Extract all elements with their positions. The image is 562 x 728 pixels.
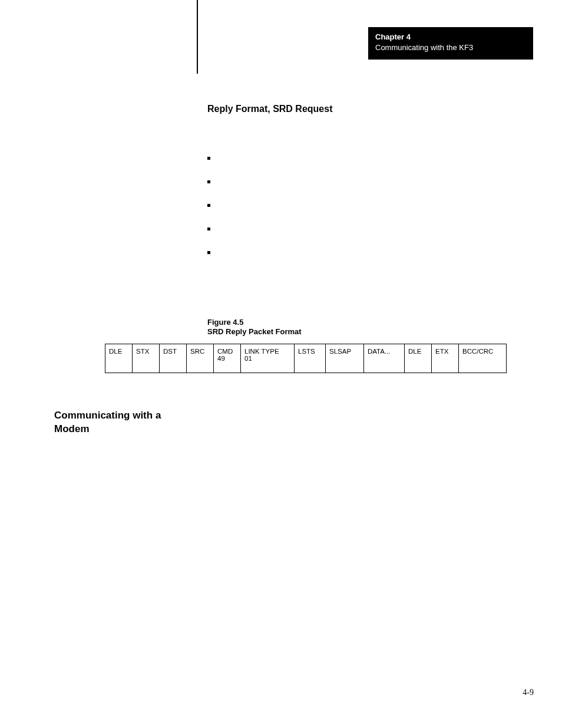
table-row: DLE STX DST SRC CMD49 LINK TYPE01 LSTS S…: [105, 344, 507, 373]
list-item: [207, 217, 210, 241]
list-item: [207, 170, 210, 193]
margin-heading: Communicating with a Modem: [54, 409, 161, 436]
packet-field: BCC/CRC: [459, 344, 507, 373]
bullet-list: [207, 146, 210, 264]
chapter-header-banner: Chapter 4 Communicating with the KF3: [368, 27, 533, 60]
packet-format-table: DLE STX DST SRC CMD49 LINK TYPE01 LSTS S…: [105, 344, 507, 373]
figure-number: Figure 4.5: [207, 318, 302, 327]
list-item: [207, 146, 210, 170]
packet-field: CMD49: [214, 344, 241, 373]
packet-field: DATA...: [364, 344, 405, 373]
square-bullet-icon: [207, 157, 210, 160]
packet-field: DLE: [105, 344, 133, 373]
vertical-rule: [197, 0, 198, 74]
packet-field: DLE: [405, 344, 432, 373]
packet-field: SLSAP: [326, 344, 364, 373]
figure-caption: Figure 4.5 SRD Reply Packet Format: [207, 318, 302, 337]
page-number: 4-9: [523, 688, 534, 697]
section-heading: Reply Format, SRD Request: [207, 104, 332, 114]
square-bullet-icon: [207, 228, 210, 230]
packet-field: LSTS: [295, 344, 326, 373]
figure-title: SRD Reply Packet Format: [207, 327, 302, 337]
square-bullet-icon: [207, 180, 210, 183]
square-bullet-icon: [207, 251, 210, 254]
packet-field: ETX: [432, 344, 459, 373]
list-item: [207, 241, 210, 264]
chapter-label: Chapter 4: [375, 32, 526, 42]
packet-field: STX: [133, 344, 160, 373]
packet-field: SRC: [187, 344, 214, 373]
square-bullet-icon: [207, 204, 210, 207]
list-item: [207, 193, 210, 217]
chapter-title: Communicating with the KF3: [375, 42, 526, 53]
packet-field: LINK TYPE01: [241, 344, 295, 373]
packet-field: DST: [160, 344, 187, 373]
